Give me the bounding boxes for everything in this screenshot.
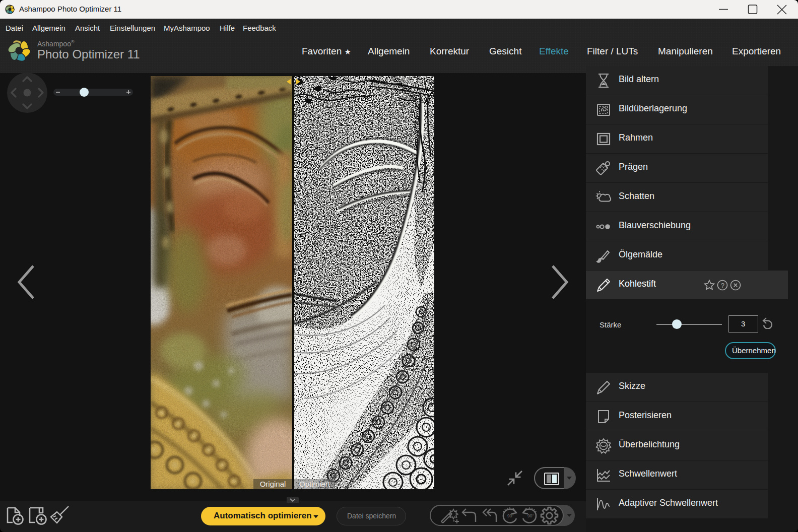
svg-text:?: ? <box>721 282 724 289</box>
svg-text:90°: 90° <box>527 513 534 518</box>
svg-text:90°: 90° <box>507 513 514 518</box>
